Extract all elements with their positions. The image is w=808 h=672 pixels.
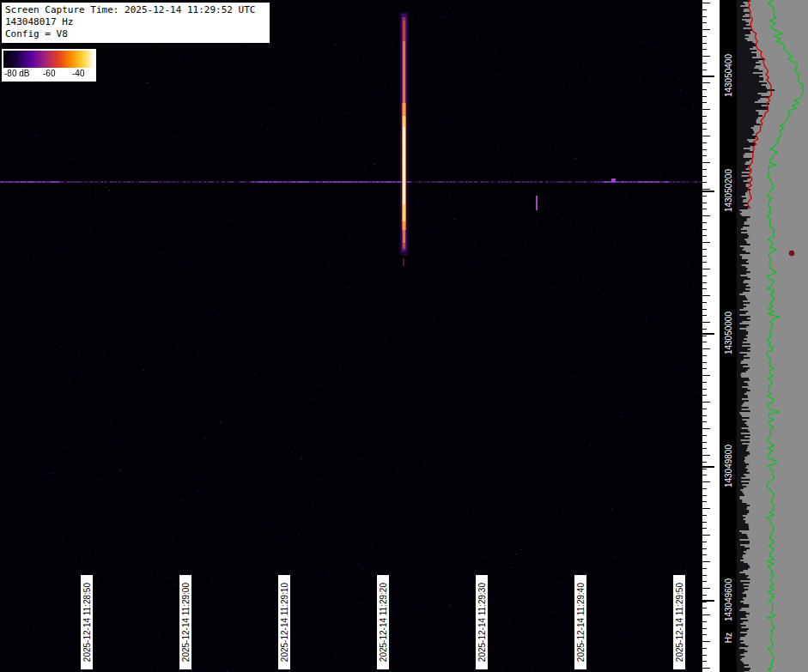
color-scale-legend: -80 dB -60 -40 xyxy=(2,49,96,82)
time-tick-label: 2025-12-14 11:29:30 xyxy=(476,575,488,669)
time-tick-label: 2025-12-14 11:29:50 xyxy=(673,575,685,669)
config-text: Config = V8 xyxy=(5,28,266,40)
time-tick-label: 2025-12-14 11:29:00 xyxy=(179,575,191,669)
color-scale-gradient xyxy=(3,51,94,68)
freq-tick-label: 143050400 xyxy=(720,39,737,112)
time-tick-label-text: 2025-12-14 11:29:20 xyxy=(379,583,388,662)
freq-tick-label-text: 143049600 xyxy=(724,578,733,621)
freq-tick-label-text: 143050400 xyxy=(724,54,733,97)
frequency-axis-labels: 143050400 143050200 143050000 143049800 … xyxy=(720,0,737,672)
freq-tick-label: 143049600 xyxy=(720,564,737,636)
color-scale-labels: -80 dB -60 -40 xyxy=(3,69,94,80)
color-scale-max-label: -40 xyxy=(72,69,84,78)
time-tick-label-text: 2025-12-14 11:29:10 xyxy=(280,583,289,662)
freq-axis-unit: Hz xyxy=(720,627,737,649)
time-tick-label-text: 2025-12-14 11:28:50 xyxy=(82,583,92,662)
meteor-monitor-window: 143050400 143050200 143050000 143049800 … xyxy=(0,0,808,672)
time-tick-label: 2025-12-14 11:29:20 xyxy=(377,575,389,669)
time-tick-label: 2025-12-14 11:29:10 xyxy=(278,575,290,669)
time-tick-label-text: 2025-12-14 11:29:00 xyxy=(181,583,191,662)
live-spectrum-panel xyxy=(737,0,808,672)
time-tick-label: 2025-12-14 11:29:40 xyxy=(574,575,586,669)
capture-time-text: Screen Capture Time: 2025-12-14 11:29:52… xyxy=(5,4,266,16)
capture-info-box: Screen Capture Time: 2025-12-14 11:29:52… xyxy=(2,3,270,43)
freq-axis-unit-text: Hz xyxy=(724,633,733,643)
time-tick-label-text: 2025-12-14 11:29:40 xyxy=(576,583,586,662)
freq-tick-label: 143050000 xyxy=(720,297,737,369)
frequency-ruler xyxy=(702,0,720,672)
time-tick-label: 2025-12-14 11:28:50 xyxy=(81,575,93,669)
freq-tick-label: 143050200 xyxy=(720,154,737,227)
color-scale-mid-label: -60 xyxy=(43,69,55,78)
waterfall-spectrogram xyxy=(0,0,702,672)
freq-tick-label-text: 143050200 xyxy=(724,169,733,212)
time-tick-label-text: 2025-12-14 11:29:50 xyxy=(675,583,684,662)
freq-tick-label-text: 143050000 xyxy=(724,312,733,354)
center-frequency-text: 143048017 Hz xyxy=(5,16,266,28)
freq-tick-label-text: 143049800 xyxy=(724,445,733,487)
time-tick-label-text: 2025-12-14 11:29:30 xyxy=(477,583,487,662)
freq-tick-label: 143049800 xyxy=(720,430,737,502)
color-scale-min-label: -80 dB xyxy=(4,69,29,78)
